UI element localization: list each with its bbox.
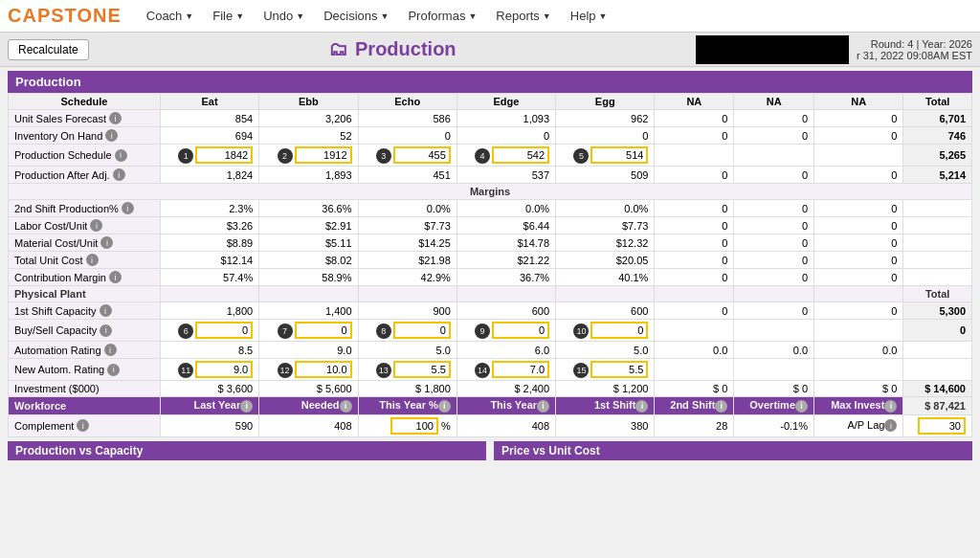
material-cost-info-icon[interactable]: i <box>100 236 113 249</box>
round-info-area: Round: 4 | Year: 2026 r 31, 2022 09:08AM… <box>696 35 972 64</box>
new-autom-echo-input[interactable] <box>393 361 451 378</box>
table-row: Inventory On Handi 694 52 0 0 0 0 0 0 74… <box>9 127 972 145</box>
decisions-arrow: ▼ <box>381 11 390 21</box>
table-row: Contribution Margini 57.4% 58.9% 42.9% 3… <box>9 269 972 286</box>
proformas-arrow: ▼ <box>468 11 477 21</box>
total-unit-cost-info-icon[interactable]: i <box>86 254 99 266</box>
buy-sell-ebb-input[interactable] <box>295 322 352 339</box>
prod-schedule-edge-input[interactable] <box>492 146 549 164</box>
table-row: New Autom. Ratingi 11 12 13 14 15 <box>9 359 972 381</box>
coach-arrow: ▼ <box>185 11 193 21</box>
margins-subheader: Margins <box>9 184 972 200</box>
table-row: Investment ($000) $ 3,600 $ 5,600 $ 1,80… <box>9 381 972 397</box>
col-header-na2: NA <box>734 94 814 110</box>
nav-coach[interactable]: Coach ▼ <box>137 0 204 33</box>
new-autom-eat-input[interactable] <box>195 361 253 378</box>
prod-schedule-eat-input[interactable] <box>195 146 253 164</box>
second-shift-wf-info-icon[interactable]: i <box>715 400 727 413</box>
input-num-9: 9 <box>475 324 490 339</box>
input-num-5: 5 <box>573 148 589 164</box>
input-num-15: 15 <box>573 363 589 378</box>
needed-info-icon[interactable]: i <box>340 400 352 413</box>
prod-schedule-info-icon[interactable]: i <box>115 149 127 162</box>
first-shift-wf-info-icon[interactable]: i <box>635 400 648 413</box>
nav-help[interactable]: Help ▼ <box>561 0 617 33</box>
prod-after-adj-info-icon[interactable]: i <box>113 168 125 181</box>
nav-file[interactable]: File ▼ <box>203 0 254 33</box>
ap-lag-info-icon[interactable]: i <box>884 419 897 432</box>
workforce-header-row: Workforce Last Yeari Neededi This Year %… <box>9 397 972 415</box>
input-num-6: 6 <box>178 324 193 339</box>
production-table: Schedule Eat Ebb Echo Edge Egg NA NA NA … <box>8 93 972 437</box>
second-shift-info-icon[interactable]: i <box>122 202 134 214</box>
buy-sell-eat-input[interactable] <box>195 322 253 339</box>
table-row: Total Unit Costi $12.14 $8.02 $21.98 $21… <box>9 252 972 269</box>
complement-info-icon[interactable]: i <box>77 419 89 432</box>
help-arrow: ▼ <box>599 11 608 21</box>
max-invest-info-icon[interactable]: i <box>884 400 897 413</box>
input-num-3: 3 <box>376 148 391 164</box>
reports-arrow: ▼ <box>543 11 551 21</box>
prod-schedule-ebb-input[interactable] <box>295 146 352 164</box>
physical-plant-subheader: Physical Plant Total <box>9 286 972 302</box>
nav-reports[interactable]: Reports ▼ <box>486 0 560 33</box>
new-autom-edge-input[interactable] <box>492 361 549 378</box>
labor-cost-info-icon[interactable]: i <box>90 219 102 232</box>
nav-decisions[interactable]: Decisions ▼ <box>314 0 398 33</box>
inventory-info-icon[interactable]: i <box>105 129 118 142</box>
nav-proformas[interactable]: Proformas ▼ <box>398 0 486 33</box>
table-row: Production After Adj.i 1,824 1,893 451 5… <box>9 167 972 184</box>
company-name-box <box>696 35 849 64</box>
table-row: Production Schedulei 1 2 3 4 5 5,265 <box>9 145 972 167</box>
this-year-info-icon[interactable]: i <box>537 400 549 413</box>
input-num-2: 2 <box>278 148 293 164</box>
production-icon: 🗂 <box>328 38 347 60</box>
ap-lag-input[interactable] <box>918 417 966 435</box>
table-row: Labor Cost/Uniti $3.26 $2.91 $7.73 $6.44… <box>9 217 972 234</box>
table-row-complement: Complementi 590 408 % 408 380 28 -0.1% A… <box>9 414 972 436</box>
buy-sell-echo-input[interactable] <box>393 322 451 339</box>
recalculate-button[interactable]: Recalculate <box>8 39 89 60</box>
complement-this-year-pct-input[interactable] <box>390 417 438 435</box>
input-num-12: 12 <box>278 363 293 378</box>
undo-arrow: ▼ <box>296 11 304 21</box>
nav-undo[interactable]: Undo ▼ <box>254 0 314 33</box>
unit-sales-info-icon[interactable]: i <box>109 112 122 124</box>
table-row: Material Cost/Uniti $8.89 $5.11 $14.25 $… <box>9 234 972 252</box>
prod-schedule-echo-input[interactable] <box>393 146 451 164</box>
page-title-area: 🗂 Production <box>97 38 688 60</box>
top-nav: CAPSTONE Coach ▼ File ▼ Undo ▼ Decisions… <box>0 0 980 33</box>
input-num-8: 8 <box>376 324 391 339</box>
col-header-echo: Echo <box>358 94 457 110</box>
first-shift-capacity-info-icon[interactable]: i <box>100 304 112 317</box>
prod-schedule-egg-input[interactable] <box>590 146 648 164</box>
input-num-1: 1 <box>178 148 193 164</box>
overtime-info-icon[interactable]: i <box>795 400 808 413</box>
input-num-11: 11 <box>178 363 193 378</box>
col-header-na3: NA <box>814 94 903 110</box>
new-autom-egg-input[interactable] <box>590 361 648 378</box>
col-header-total: Total <box>903 94 972 110</box>
input-num-14: 14 <box>475 363 490 378</box>
table-row: Automation Ratingi 8.5 9.0 5.0 6.0 5.0 0… <box>9 342 972 359</box>
logo: CAPSTONE <box>8 5 122 27</box>
table-row: 2nd Shift Production%i 2.3% 36.6% 0.0% 0… <box>9 200 972 217</box>
toolbar: Recalculate 🗂 Production Round: 4 | Year… <box>0 33 980 67</box>
table-row: 1st Shift Capacityi 1,800 1,400 900 600 … <box>9 302 972 320</box>
buy-sell-info-icon[interactable]: i <box>100 324 112 337</box>
col-header-schedule: Schedule <box>9 94 161 110</box>
last-year-info-icon[interactable]: i <box>240 400 253 413</box>
input-num-4: 4 <box>475 148 490 164</box>
round-info: Round: 4 | Year: 2026 r 31, 2022 09:08AM… <box>857 38 972 61</box>
col-header-ebb: Ebb <box>259 94 358 110</box>
new-autom-rating-info-icon[interactable]: i <box>107 364 120 376</box>
col-header-na1: NA <box>655 94 734 110</box>
charts-area: Production vs Capacity Price vs Unit Cos… <box>8 441 972 460</box>
buy-sell-egg-input[interactable] <box>590 322 648 339</box>
new-autom-ebb-input[interactable] <box>295 361 352 378</box>
this-year-pct-info-icon[interactable]: i <box>438 400 451 413</box>
input-num-13: 13 <box>376 363 391 378</box>
contribution-margin-info-icon[interactable]: i <box>109 271 122 283</box>
buy-sell-edge-input[interactable] <box>492 322 549 339</box>
automation-rating-info-icon[interactable]: i <box>104 344 117 356</box>
